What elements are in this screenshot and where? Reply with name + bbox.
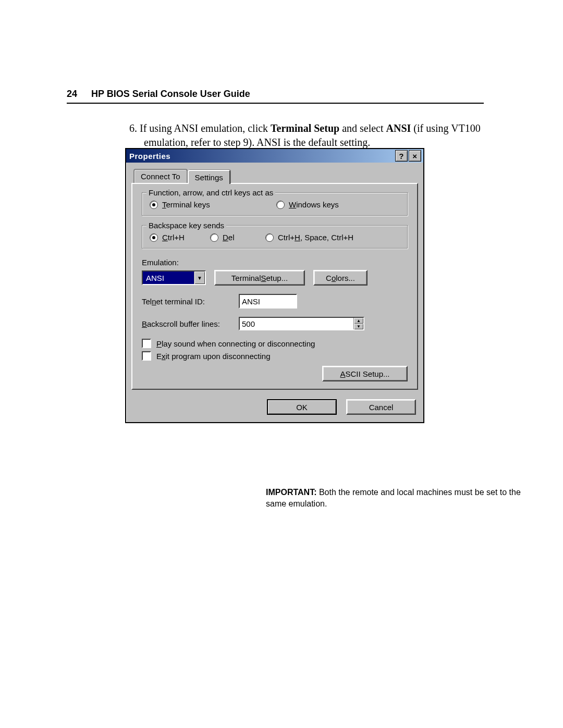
backscroll-spinner[interactable]: 500 ▲ ▼	[239, 317, 364, 330]
terminal-setup-button[interactable]: Terminal Setup...	[214, 270, 305, 286]
help-button[interactable]: ?	[395, 150, 408, 162]
backscroll-label: Backscroll buffer lines:	[142, 319, 230, 328]
radio-dot-icon	[210, 233, 218, 242]
group-backspace-label: Backspace key sends	[146, 221, 226, 230]
close-button[interactable]: ×	[409, 150, 421, 162]
emulation-combo[interactable]: ANSI ▼	[142, 270, 206, 285]
important-note: IMPORTANT: Both the remote and local mac…	[266, 487, 527, 509]
step-6: 6. If using ANSI emulation, click Termin…	[129, 121, 484, 150]
tab-connect-to[interactable]: Connect To	[133, 169, 188, 183]
group-backspace: Backspace key sends Ctrl+H Del Ctrl+H, S…	[142, 225, 408, 249]
step-text-mid: and select	[339, 122, 386, 134]
radio-dot-icon	[276, 201, 285, 209]
page-header: 24 HP BIOS Serial Console User Guide	[67, 89, 484, 104]
radio-del[interactable]: Del	[210, 233, 262, 242]
step-bold-1: Terminal Setup	[271, 122, 339, 134]
radio-terminal-keys-label: erminal keys	[166, 200, 210, 209]
radio-ctrlh-space-ctrlh[interactable]: Ctrl+H, Space, Ctrl+H	[265, 233, 400, 242]
properties-dialog: Properties ? × Connect To Settings Funct…	[125, 148, 424, 423]
tab-settings[interactable]: Settings	[188, 170, 230, 184]
check-exit-program[interactable]: Exit program upon disconnecting	[142, 351, 408, 361]
radio-terminal-keys[interactable]: Terminal keys	[150, 200, 273, 209]
radio-dot-icon	[150, 201, 158, 209]
radio-windows-keys-label: indows keys	[296, 200, 339, 209]
spinner-up-icon[interactable]: ▲	[354, 318, 363, 324]
titlebar[interactable]: Properties ? ×	[126, 149, 423, 163]
note-label: IMPORTANT:	[266, 488, 316, 497]
colors-button[interactable]: Colors...	[313, 270, 368, 286]
check-play-sound[interactable]: Play sound when connecting or disconnect…	[142, 339, 408, 348]
cancel-button[interactable]: Cancel	[346, 399, 416, 415]
radio-dot-icon	[265, 233, 274, 242]
chevron-down-icon[interactable]: ▼	[194, 272, 205, 284]
emulation-value: ANSI	[143, 272, 194, 284]
step-bold-2: ANSI	[386, 122, 411, 134]
page-number: 24	[67, 89, 89, 100]
checkbox-icon	[142, 351, 151, 361]
telnet-id-input[interactable]: ANSI	[239, 294, 297, 309]
ascii-setup-button[interactable]: ASCII Setup...	[322, 366, 408, 381]
backscroll-value: 500	[240, 318, 353, 329]
radio-dot-icon	[150, 233, 158, 242]
dialog-buttons: OK Cancel	[126, 395, 423, 422]
radio-ctrlh[interactable]: Ctrl+H	[150, 233, 207, 242]
step-text: If using ANSI emulation, click	[140, 122, 271, 134]
group-function-keys: Function, arrow, and ctrl keys act as Te…	[142, 192, 408, 216]
doc-title: HP BIOS Serial Console User Guide	[91, 89, 250, 99]
group-function-keys-label: Function, arrow, and ctrl keys act as	[146, 188, 275, 197]
settings-panel: Function, arrow, and ctrl keys act as Te…	[131, 183, 418, 390]
spinner-down-icon[interactable]: ▼	[354, 324, 363, 329]
tabstrip: Connect To Settings	[126, 163, 423, 183]
telnet-label: Telnet terminal ID:	[142, 297, 230, 306]
checkbox-icon	[142, 339, 151, 348]
emulation-label: Emulation:	[142, 258, 408, 267]
radio-windows-keys[interactable]: Windows keys	[276, 200, 400, 209]
ok-button[interactable]: OK	[267, 399, 337, 415]
dialog-title: Properties	[129, 152, 394, 161]
step-number: 6.	[129, 122, 137, 134]
